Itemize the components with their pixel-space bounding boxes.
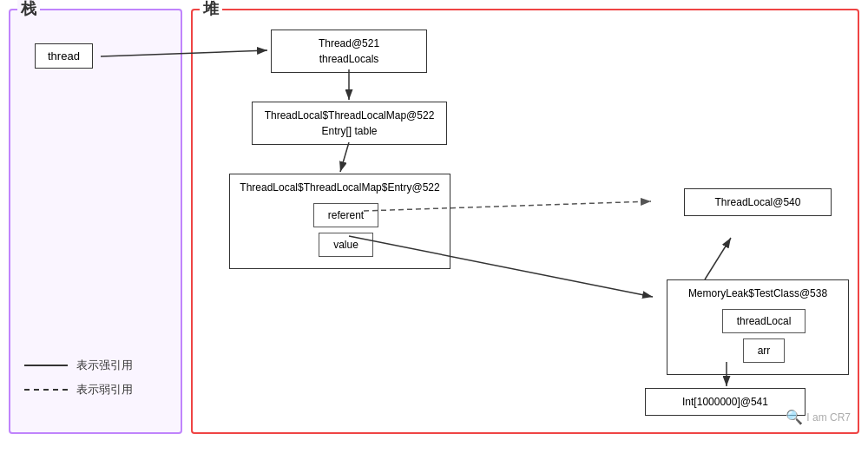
thread521-line1: Thread@521 <box>280 36 418 51</box>
main-container: 栈 thread 表示强引用 表示弱引用 堆 Thread@521 thread… <box>0 0 868 460</box>
watermark: 🔍 I am CR7 <box>786 409 851 425</box>
thread-box: thread <box>35 43 93 69</box>
node-entry522: ThreadLocal$ThreadLocalMap$Entry@522 ref… <box>229 174 450 269</box>
stack-title: 栈 <box>17 0 40 19</box>
testclass538-field2: arr <box>743 338 786 363</box>
solid-line-icon <box>24 365 68 366</box>
stack-panel: 栈 thread 表示强引用 表示弱引用 <box>9 9 182 434</box>
watermark-icon: 🔍 <box>786 409 803 425</box>
thread521-line2: threadLocals <box>280 51 418 67</box>
dashed-label: 表示弱引用 <box>76 382 133 398</box>
solid-label: 表示强引用 <box>76 358 133 373</box>
dashed-line-icon <box>24 389 68 391</box>
entry522-field2: value <box>319 233 373 257</box>
intarray541-line1: Int[1000000]@541 <box>654 394 796 410</box>
entry522-field1: referent <box>313 203 378 227</box>
entry522-title: ThreadLocal$ThreadLocalMap$Entry@522 <box>239 180 441 195</box>
legend-dashed: 表示弱引用 <box>24 382 133 398</box>
svg-line-6 <box>705 238 731 279</box>
node-testclass538: MemoryLeak$TestClass@538 threadLocal arr <box>667 279 849 375</box>
node-threadlocal540: ThreadLocal@540 <box>684 188 832 216</box>
heap-title: 堆 <box>200 0 222 19</box>
watermark-text: I am CR7 <box>806 411 851 424</box>
threadlocal540-line1: ThreadLocal@540 <box>694 194 822 210</box>
legend: 表示强引用 表示弱引用 <box>24 358 133 406</box>
svg-line-3 <box>340 142 349 172</box>
map522-line1: ThreadLocal$ThreadLocalMap@522 <box>261 108 437 123</box>
node-intarray541: Int[1000000]@541 <box>645 388 806 416</box>
node-map522: ThreadLocal$ThreadLocalMap@522 Entry[] t… <box>252 102 447 145</box>
legend-solid: 表示强引用 <box>24 358 133 373</box>
node-thread521: Thread@521 threadLocals <box>271 30 427 73</box>
testclass538-title: MemoryLeak$TestClass@538 <box>676 286 839 301</box>
heap-panel: 堆 Thread@521 threadLocals ThreadLocal$Th… <box>191 9 859 434</box>
testclass538-field1: threadLocal <box>722 309 806 333</box>
map522-line2: Entry[] table <box>261 123 437 139</box>
